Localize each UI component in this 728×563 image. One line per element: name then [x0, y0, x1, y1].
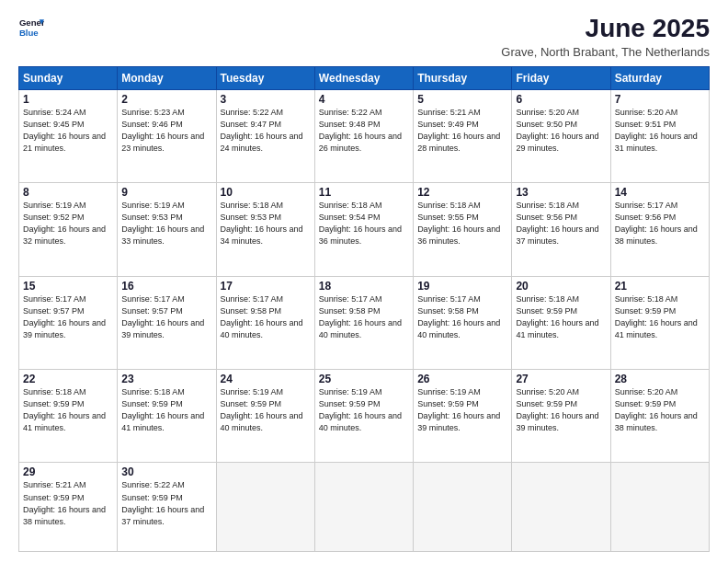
day-header: Tuesday [216, 66, 314, 89]
calendar-day-cell: 30Sunrise: 5:22 AMSunset: 9:59 PMDayligh… [118, 463, 216, 552]
day-number: 18 [319, 280, 409, 293]
day-info: Sunrise: 5:17 AMSunset: 9:57 PMDaylight:… [23, 293, 113, 341]
day-number: 5 [417, 93, 507, 106]
calendar-week-row: 22Sunrise: 5:18 AMSunset: 9:59 PMDayligh… [19, 370, 710, 463]
day-number: 16 [121, 280, 211, 293]
calendar-week-row: 8Sunrise: 5:19 AMSunset: 9:52 PMDaylight… [19, 183, 710, 276]
day-number: 3 [221, 93, 311, 106]
day-header: Wednesday [314, 66, 413, 89]
calendar-day-cell [512, 463, 610, 552]
day-number: 12 [417, 186, 507, 199]
day-info: Sunrise: 5:18 AMSunset: 9:56 PMDaylight:… [516, 200, 606, 247]
day-info: Sunrise: 5:20 AMSunset: 9:51 PMDaylight:… [615, 107, 705, 155]
day-number: 30 [121, 465, 211, 478]
calendar-day-cell: 19Sunrise: 5:17 AMSunset: 9:58 PMDayligh… [414, 276, 512, 369]
day-info: Sunrise: 5:19 AMSunset: 9:53 PMDaylight:… [121, 200, 211, 247]
day-info: Sunrise: 5:21 AMSunset: 9:59 PMDaylight:… [23, 479, 113, 527]
day-number: 19 [417, 280, 507, 293]
day-number: 15 [23, 280, 113, 293]
calendar-day-cell: 21Sunrise: 5:18 AMSunset: 9:59 PMDayligh… [610, 276, 709, 369]
day-info: Sunrise: 5:17 AMSunset: 9:58 PMDaylight:… [417, 293, 507, 341]
subtitle: Grave, North Brabant, The Netherlands [501, 45, 710, 59]
day-header: Friday [512, 66, 610, 89]
day-info: Sunrise: 5:17 AMSunset: 9:58 PMDaylight:… [319, 293, 409, 341]
calendar-day-cell: 24Sunrise: 5:19 AMSunset: 9:59 PMDayligh… [216, 370, 314, 463]
calendar-week-row: 15Sunrise: 5:17 AMSunset: 9:57 PMDayligh… [19, 276, 710, 369]
day-number: 8 [23, 186, 113, 199]
calendar-day-cell: 2Sunrise: 5:23 AMSunset: 9:46 PMDaylight… [118, 89, 216, 182]
day-info: Sunrise: 5:17 AMSunset: 9:57 PMDaylight:… [121, 293, 211, 341]
day-info: Sunrise: 5:19 AMSunset: 9:59 PMDaylight:… [221, 386, 311, 434]
day-number: 21 [615, 280, 705, 293]
day-number: 2 [121, 93, 211, 106]
day-info: Sunrise: 5:20 AMSunset: 9:50 PMDaylight:… [516, 107, 606, 155]
day-number: 9 [121, 186, 211, 199]
calendar-day-cell: 3Sunrise: 5:22 AMSunset: 9:47 PMDaylight… [216, 89, 314, 182]
calendar-day-cell: 27Sunrise: 5:20 AMSunset: 9:59 PMDayligh… [512, 370, 610, 463]
title-block: June 2025 Grave, North Brabant, The Neth… [501, 15, 710, 59]
day-number: 22 [23, 373, 113, 385]
calendar-day-cell: 18Sunrise: 5:17 AMSunset: 9:58 PMDayligh… [314, 276, 413, 369]
calendar-day-cell: 9Sunrise: 5:19 AMSunset: 9:53 PMDaylight… [118, 183, 216, 276]
calendar-day-cell: 7Sunrise: 5:20 AMSunset: 9:51 PMDaylight… [610, 89, 709, 182]
calendar-day-cell: 12Sunrise: 5:18 AMSunset: 9:55 PMDayligh… [414, 183, 512, 276]
day-info: Sunrise: 5:18 AMSunset: 9:53 PMDaylight:… [221, 200, 311, 247]
calendar-week-row: 1Sunrise: 5:24 AMSunset: 9:45 PMDaylight… [19, 89, 710, 182]
calendar-day-cell: 4Sunrise: 5:22 AMSunset: 9:48 PMDaylight… [314, 89, 413, 182]
day-number: 14 [615, 186, 705, 199]
day-info: Sunrise: 5:21 AMSunset: 9:49 PMDaylight:… [417, 107, 507, 155]
calendar-day-cell: 16Sunrise: 5:17 AMSunset: 9:57 PMDayligh… [118, 276, 216, 369]
day-info: Sunrise: 5:18 AMSunset: 9:59 PMDaylight:… [615, 293, 705, 341]
day-header: Sunday [19, 66, 118, 89]
calendar-day-cell: 14Sunrise: 5:17 AMSunset: 9:56 PMDayligh… [610, 183, 709, 276]
calendar-day-cell: 22Sunrise: 5:18 AMSunset: 9:59 PMDayligh… [19, 370, 118, 463]
day-number: 10 [221, 186, 311, 199]
day-number: 11 [319, 186, 409, 199]
calendar-week-row: 29Sunrise: 5:21 AMSunset: 9:59 PMDayligh… [19, 463, 710, 552]
calendar-day-cell: 28Sunrise: 5:20 AMSunset: 9:59 PMDayligh… [610, 370, 709, 463]
day-number: 1 [23, 93, 113, 106]
day-info: Sunrise: 5:18 AMSunset: 9:54 PMDaylight:… [319, 200, 409, 247]
calendar-day-cell: 5Sunrise: 5:21 AMSunset: 9:49 PMDaylight… [414, 89, 512, 182]
day-info: Sunrise: 5:18 AMSunset: 9:55 PMDaylight:… [417, 200, 507, 247]
day-info: Sunrise: 5:19 AMSunset: 9:59 PMDaylight:… [417, 386, 507, 434]
calendar-day-cell [610, 463, 709, 552]
calendar-day-cell: 26Sunrise: 5:19 AMSunset: 9:59 PMDayligh… [414, 370, 512, 463]
svg-text:General: General [19, 17, 44, 28]
calendar-day-cell: 23Sunrise: 5:18 AMSunset: 9:59 PMDayligh… [118, 370, 216, 463]
day-header: Thursday [414, 66, 512, 89]
day-info: Sunrise: 5:24 AMSunset: 9:45 PMDaylight:… [23, 107, 113, 155]
day-number: 20 [516, 280, 606, 293]
day-number: 23 [121, 373, 211, 385]
day-info: Sunrise: 5:22 AMSunset: 9:48 PMDaylight:… [319, 107, 409, 155]
day-number: 28 [615, 373, 705, 385]
day-info: Sunrise: 5:20 AMSunset: 9:59 PMDaylight:… [615, 386, 705, 434]
day-number: 7 [615, 93, 705, 106]
day-info: Sunrise: 5:17 AMSunset: 9:56 PMDaylight:… [615, 200, 705, 247]
day-number: 24 [221, 373, 311, 385]
logo-icon: General Blue [18, 15, 44, 40]
calendar-table: SundayMondayTuesdayWednesdayThursdayFrid… [18, 66, 710, 552]
header: General Blue June 2025 Grave, North Brab… [18, 15, 710, 59]
day-number: 6 [516, 93, 606, 106]
day-number: 17 [221, 280, 311, 293]
page: General Blue June 2025 Grave, North Brab… [0, 0, 728, 563]
calendar-day-cell: 10Sunrise: 5:18 AMSunset: 9:53 PMDayligh… [216, 183, 314, 276]
calendar-day-cell: 1Sunrise: 5:24 AMSunset: 9:45 PMDaylight… [19, 89, 118, 182]
calendar-day-cell [216, 463, 314, 552]
calendar-day-cell: 29Sunrise: 5:21 AMSunset: 9:59 PMDayligh… [19, 463, 118, 552]
calendar-day-cell: 20Sunrise: 5:18 AMSunset: 9:59 PMDayligh… [512, 276, 610, 369]
calendar-day-cell: 15Sunrise: 5:17 AMSunset: 9:57 PMDayligh… [19, 276, 118, 369]
day-info: Sunrise: 5:19 AMSunset: 9:59 PMDaylight:… [319, 386, 409, 434]
day-number: 13 [516, 186, 606, 199]
day-number: 25 [319, 373, 409, 385]
day-info: Sunrise: 5:23 AMSunset: 9:46 PMDaylight:… [121, 107, 211, 155]
calendar-day-cell: 17Sunrise: 5:17 AMSunset: 9:58 PMDayligh… [216, 276, 314, 369]
day-number: 4 [319, 93, 409, 106]
calendar-day-cell: 8Sunrise: 5:19 AMSunset: 9:52 PMDaylight… [19, 183, 118, 276]
day-number: 26 [417, 373, 507, 385]
day-header: Monday [118, 66, 216, 89]
calendar-day-cell: 25Sunrise: 5:19 AMSunset: 9:59 PMDayligh… [314, 370, 413, 463]
day-info: Sunrise: 5:20 AMSunset: 9:59 PMDaylight:… [516, 386, 606, 434]
calendar-day-cell: 13Sunrise: 5:18 AMSunset: 9:56 PMDayligh… [512, 183, 610, 276]
